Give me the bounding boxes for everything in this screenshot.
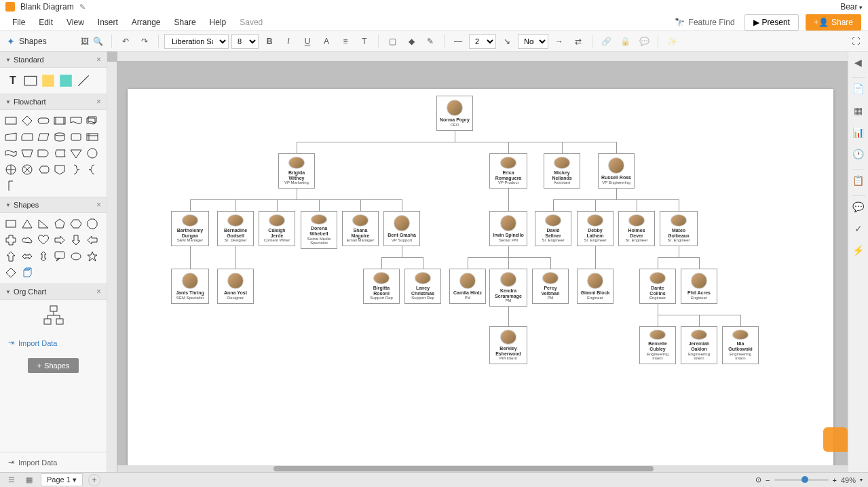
feature-find-button[interactable]: 🔭 Feature Find xyxy=(675,18,735,27)
validate-panel-icon[interactable]: ✓ xyxy=(850,220,867,237)
close-icon[interactable]: × xyxy=(96,287,101,296)
fc-or[interactable] xyxy=(4,163,18,176)
sh-cross[interactable] xyxy=(4,233,18,247)
org-node-nia[interactable]: Nia GutkowskiEngineering Intern xyxy=(722,326,759,364)
org-node-erica[interactable]: Erica RomagueraVP Product xyxy=(489,153,527,189)
org-node-debby[interactable]: Debby LathemSr. Engineer xyxy=(577,211,614,246)
org-node-david[interactable]: David SellnerSr. Engineer xyxy=(535,211,571,246)
underline-button[interactable]: U xyxy=(299,33,316,50)
org-node-gianni[interactable]: Gianni BlockEngineer xyxy=(577,269,614,304)
note-shape[interactable] xyxy=(41,73,56,88)
fc-brace-l[interactable] xyxy=(86,163,99,176)
align-button[interactable]: ≡ xyxy=(337,33,354,50)
image-icon[interactable]: 🖼 xyxy=(81,37,89,46)
bold-button[interactable]: B xyxy=(261,33,278,50)
arrow-end-button[interactable]: → xyxy=(551,33,567,50)
search-icon[interactable]: 🔍 xyxy=(93,37,103,46)
close-icon[interactable]: × xyxy=(96,200,101,210)
fc-multidoc[interactable] xyxy=(86,114,99,128)
org-node-dorena[interactable]: Dorena WhebellSocial Media Specialist xyxy=(301,211,337,249)
text-color-button[interactable]: A xyxy=(318,33,335,50)
org-node-janis[interactable]: Janis ThringSEM Specialist xyxy=(171,269,209,304)
magic-button[interactable]: ✨ xyxy=(664,33,680,50)
rect-shape[interactable] xyxy=(23,73,38,88)
menu-share[interactable]: Share xyxy=(169,16,202,29)
menu-edit[interactable]: Edit xyxy=(33,16,58,29)
sh-heart[interactable] xyxy=(37,233,50,247)
fc-stored[interactable] xyxy=(53,147,67,160)
fc-tape[interactable] xyxy=(4,147,18,160)
page-tab[interactable]: Page 1 ▾ xyxy=(41,473,83,486)
comment-button[interactable]: 💬 xyxy=(636,33,652,50)
horizontal-scrollbar[interactable] xyxy=(117,465,848,472)
fullscreen-button[interactable]: ⛶ xyxy=(848,33,864,50)
org-node-camila[interactable]: Camila HintzPM xyxy=(449,269,486,304)
sh-ellipse[interactable] xyxy=(69,250,83,263)
fc-document[interactable] xyxy=(69,114,83,128)
sh-cube[interactable] xyxy=(20,266,34,279)
layout-panel-icon[interactable]: ▦ xyxy=(850,102,867,119)
org-node-berkley[interactable]: Berkley EsherwoodPM Intern xyxy=(489,326,527,364)
add-shapes-button[interactable]: + Shapes xyxy=(28,358,79,373)
fc-decision[interactable] xyxy=(20,114,34,128)
share-button[interactable]: +👤 Share xyxy=(806,14,861,31)
close-icon[interactable]: × xyxy=(96,55,101,64)
fc-brace-r[interactable] xyxy=(69,163,83,176)
sh-arrow-d[interactable] xyxy=(69,233,83,247)
undo-button[interactable]: ↶ xyxy=(117,33,134,50)
fill-button[interactable]: ▢ xyxy=(384,33,400,50)
org-node-bernadine[interactable]: Bernadine GodsellSr. Designer xyxy=(217,211,254,246)
present-button[interactable]: ▶ Present xyxy=(744,14,799,31)
layers-panel-icon[interactable]: 📋 xyxy=(850,172,867,189)
sh-arrow-lr[interactable] xyxy=(20,250,34,263)
sh-rect[interactable] xyxy=(4,217,18,231)
fc-predefined[interactable] xyxy=(53,114,67,128)
org-node-kendra[interactable]: Kendra ScrammagePM xyxy=(489,269,527,307)
fc-merge[interactable] xyxy=(69,147,83,160)
line-style-button[interactable]: — xyxy=(450,33,466,50)
menu-view[interactable]: View xyxy=(61,16,90,29)
fc-display[interactable] xyxy=(37,163,50,176)
fc-note[interactable] xyxy=(4,179,18,193)
diagram-page[interactable]: Norma PopryCEOBrigida WitheyVP Marketing… xyxy=(128,89,833,472)
page-panel-icon[interactable]: 📄 xyxy=(850,81,867,97)
fc-process[interactable] xyxy=(4,114,18,128)
fc-database[interactable] xyxy=(53,130,67,144)
lock-button[interactable]: 🔒 xyxy=(617,33,633,50)
sh-arrow-ud[interactable] xyxy=(37,250,50,263)
shapes-panel-toggle[interactable]: ✦ Shapes 🖼 🔍 xyxy=(4,36,106,47)
zoom-in-button[interactable]: + xyxy=(833,476,837,484)
metrics-panel-icon[interactable]: 📊 xyxy=(850,124,867,140)
sh-rtriangle[interactable] xyxy=(37,217,50,231)
panel-shapes-header[interactable]: ▼ Shapes × xyxy=(0,197,107,213)
line-shape[interactable] xyxy=(76,73,91,88)
line-type-button[interactable]: ↘ xyxy=(499,33,515,50)
text-format-button[interactable]: T xyxy=(356,33,373,50)
menu-arrange[interactable]: Arrange xyxy=(126,16,166,29)
history-panel-icon[interactable]: 🕐 xyxy=(850,146,867,162)
org-node-brigida[interactable]: Brigida WitheyVP Marketing xyxy=(278,153,315,189)
org-node-anna[interactable]: Anna YostDesigner xyxy=(217,269,254,304)
menu-insert[interactable]: Insert xyxy=(92,16,124,29)
font-size-select[interactable]: 8 pt xyxy=(231,34,259,49)
link-button[interactable]: 🔗 xyxy=(598,33,614,50)
fc-connector[interactable] xyxy=(86,147,99,160)
bottom-import-data[interactable]: ⇥ Import Data xyxy=(0,452,107,472)
org-node-bernelle[interactable]: Bernelle CubleyEngineering Intern xyxy=(639,326,676,364)
fc-internal[interactable] xyxy=(86,130,99,144)
line-color-button[interactable]: ✎ xyxy=(422,33,438,50)
fc-offpage[interactable] xyxy=(53,163,67,176)
org-node-mateo[interactable]: Mateo GoibeauxSr. Engineer xyxy=(660,211,698,246)
org-node-bent[interactable]: Bent GrashaVP Support xyxy=(383,211,420,246)
sh-arrow-r[interactable] xyxy=(53,233,67,247)
sh-arrow-u[interactable] xyxy=(4,250,18,263)
sh-diamond[interactable] xyxy=(4,266,18,279)
sh-callout[interactable] xyxy=(53,250,67,263)
fc-manual[interactable] xyxy=(20,147,34,160)
org-node-russell[interactable]: Russell RossVP Engineering xyxy=(598,153,635,189)
org-node-jeremiah[interactable]: Jeremiah OaklonEngineering Intern xyxy=(681,326,717,364)
menu-file[interactable]: File xyxy=(7,16,31,29)
help-chat-icon[interactable] xyxy=(823,427,848,452)
zoom-out-button[interactable]: − xyxy=(766,476,770,484)
org-node-shana[interactable]: Shana MaguireEmail Manager xyxy=(342,211,379,246)
